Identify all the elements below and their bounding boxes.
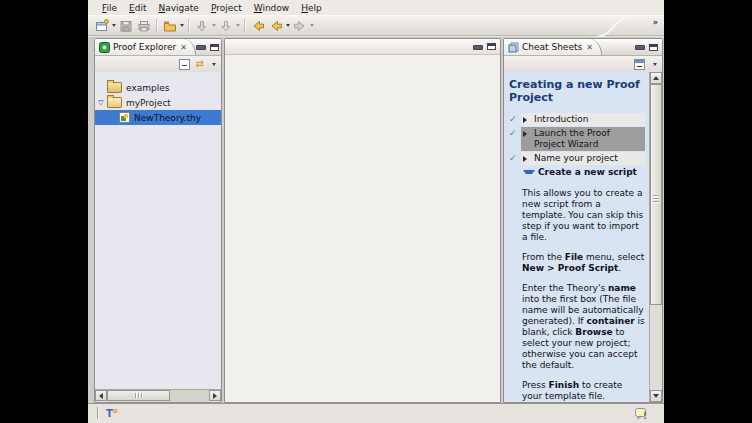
status-separator xyxy=(97,407,99,419)
status-bar: To ! xyxy=(88,403,664,423)
tree-item-label: examples xyxy=(126,83,169,93)
horizontal-scrollbar[interactable] xyxy=(95,389,221,402)
chevron-right-icon xyxy=(523,156,531,162)
maximize-icon[interactable] xyxy=(210,44,219,51)
proof-explorer-toolbar: ⇄ xyxy=(95,56,221,73)
vertical-scrollbar[interactable] xyxy=(649,72,662,402)
last-edit-location-button[interactable] xyxy=(193,17,217,35)
menu-navigate[interactable]: Navigate xyxy=(153,2,205,14)
scroll-right-button[interactable] xyxy=(209,390,221,401)
step-row[interactable]: Introduction xyxy=(521,113,645,126)
minimize-icon[interactable] xyxy=(473,45,483,50)
step-row[interactable]: Create a new script xyxy=(521,166,645,179)
scroll-left-button[interactable] xyxy=(95,390,107,401)
menu-project[interactable]: Project xyxy=(205,2,248,14)
eclipse-window: File Edit Navigate Project Window Help xyxy=(88,0,664,423)
back-arrow-icon xyxy=(268,18,284,34)
proof-explorer-tree: examples ▽ myProject NewTheory.thy xyxy=(95,72,221,390)
step-create-script[interactable]: Create a new script xyxy=(509,166,645,179)
down-arrow-icon xyxy=(653,394,659,398)
view-menu-icon[interactable] xyxy=(653,63,657,66)
back-arrow-icon xyxy=(250,18,266,34)
new-wizard-button[interactable] xyxy=(93,17,117,35)
editor-empty-canvas[interactable] xyxy=(225,55,500,402)
back-history-button[interactable] xyxy=(267,17,291,35)
print-button[interactable] xyxy=(135,17,153,35)
step-label: Introduction xyxy=(534,114,589,125)
chevron-down-icon xyxy=(112,24,116,27)
toolbar-overflow-chevron[interactable]: » xyxy=(653,18,657,27)
minimize-icon[interactable] xyxy=(635,45,645,50)
chevron-down-icon xyxy=(523,170,535,174)
cheat-sheets-tab-bar: Cheat Sheets ✕ xyxy=(504,39,662,56)
next-annotation-button[interactable] xyxy=(217,17,241,35)
minimize-icon[interactable] xyxy=(196,45,206,50)
close-icon[interactable]: ✕ xyxy=(180,43,187,52)
tips-bubble-icon[interactable]: ! xyxy=(635,407,648,420)
save-button[interactable] xyxy=(117,17,135,35)
grip xyxy=(141,393,143,398)
scrollbar-thumb[interactable] xyxy=(107,390,170,401)
tree-item-myproject[interactable]: ▽ myProject xyxy=(95,95,221,110)
tree-item-newtheory[interactable]: NewTheory.thy xyxy=(95,110,221,125)
tab-label: Proof Explorer xyxy=(113,42,176,52)
chevron-down-icon xyxy=(180,24,184,27)
view-menu-icon[interactable] xyxy=(212,63,216,66)
scroll-up-button[interactable] xyxy=(650,72,662,84)
open-resource-button[interactable] xyxy=(161,17,185,35)
scroll-down-button[interactable] xyxy=(650,390,662,402)
maximize-icon[interactable] xyxy=(649,44,658,51)
view-buttons xyxy=(635,39,662,55)
svg-text:!: ! xyxy=(643,411,647,421)
step-label: Launch the Proof Project Wizard xyxy=(534,128,643,150)
scrollbar-track[interactable] xyxy=(107,390,209,402)
collapse-all-icon[interactable] xyxy=(634,59,645,70)
toolbar-separator xyxy=(244,19,246,33)
chevron-down-icon xyxy=(212,24,216,27)
theory-file-icon xyxy=(119,112,130,123)
folder-open-icon xyxy=(107,97,122,108)
up-arrow-icon xyxy=(653,76,659,80)
menu-file[interactable]: File xyxy=(96,2,123,14)
check-icon: ✓ xyxy=(509,127,521,139)
step-label: Create a new script xyxy=(538,167,637,178)
forward-history-button[interactable] xyxy=(291,17,315,35)
back-button[interactable] xyxy=(249,17,267,35)
perspective-bar-curve xyxy=(594,16,634,37)
cheat-sheet-paragraph: Press Finish to create your template fil… xyxy=(522,380,645,402)
grip xyxy=(138,393,140,398)
menu-bar: File Edit Navigate Project Window Help xyxy=(88,0,664,15)
step-name-project[interactable]: ✓ Name your project xyxy=(509,152,645,165)
expander-icon[interactable]: ▽ xyxy=(95,99,107,107)
new-icon xyxy=(94,18,110,34)
maximize-icon[interactable] xyxy=(487,43,496,50)
chevron-down-icon xyxy=(236,24,240,27)
folder-closed-icon xyxy=(107,82,122,93)
step-introduction[interactable]: ✓ Introduction xyxy=(509,113,645,126)
close-icon[interactable]: ✕ xyxy=(586,43,593,52)
grip xyxy=(653,195,659,204)
check-icon: ✓ xyxy=(509,113,521,125)
tree-item-examples[interactable]: examples xyxy=(95,80,221,95)
proof-explorer-tab-bar: Proof Explorer ✕ xyxy=(95,39,221,56)
proof-explorer-icon xyxy=(99,42,110,53)
editor-area xyxy=(224,38,501,403)
menu-help[interactable]: Help xyxy=(295,2,328,14)
link-with-editor-icon[interactable]: ⇄ xyxy=(196,59,204,69)
step-launch-wizard[interactable]: ✓ Launch the Proof Project Wizard xyxy=(509,127,645,151)
editor-tab-bar xyxy=(225,39,500,55)
tab-proof-explorer[interactable]: Proof Explorer ✕ xyxy=(95,39,196,55)
view-buttons xyxy=(196,39,222,55)
tree-item-label: myProject xyxy=(126,98,171,108)
menu-edit[interactable]: Edit xyxy=(123,2,152,14)
theory-status-icon[interactable]: To xyxy=(106,407,118,419)
forward-arrow-icon xyxy=(292,18,308,34)
step-row[interactable]: Launch the Proof Project Wizard xyxy=(521,127,645,151)
nav-arrow-icon xyxy=(218,18,234,34)
collapse-all-icon[interactable] xyxy=(179,59,190,70)
scrollbar-thumb[interactable] xyxy=(650,84,662,305)
open-folder-icon xyxy=(162,18,178,34)
step-row[interactable]: Name your project xyxy=(521,152,645,165)
tab-cheat-sheets[interactable]: Cheat Sheets ✕ xyxy=(504,39,602,55)
menu-window[interactable]: Window xyxy=(248,2,296,14)
